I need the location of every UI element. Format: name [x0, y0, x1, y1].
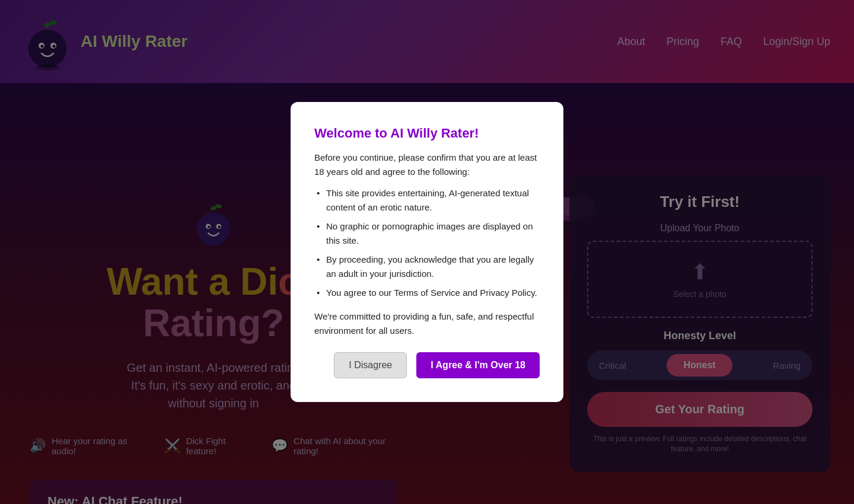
agree-button[interactable]: I Agree & I'm Over 18	[416, 352, 540, 378]
disagree-button[interactable]: I Disagree	[334, 352, 407, 378]
modal-points-list: This site provides entertaining, AI-gene…	[314, 186, 540, 300]
modal-point-2: No graphic or pornographic images are di…	[314, 219, 540, 248]
modal-point-3: By proceeding, you acknowledge that you …	[314, 253, 540, 281]
modal-dialog: Welcome to AI Willy Rater! Before you co…	[291, 102, 563, 402]
modal-body: Before you continue, please confirm that…	[314, 151, 540, 338]
modal-point-4: You agree to our Terms of Service and Pr…	[314, 286, 540, 300]
modal-point-1: This site provides entertaining, AI-gene…	[314, 186, 540, 215]
modal-title: Welcome to AI Willy Rater!	[314, 126, 540, 141]
modal-commitment: We're committed to providing a fun, safe…	[314, 310, 540, 338]
modal-intro: Before you continue, please confirm that…	[314, 151, 540, 179]
modal-footer: I Disagree I Agree & I'm Over 18	[314, 352, 540, 378]
modal-overlay: Welcome to AI Willy Rater! Before you co…	[0, 0, 854, 504]
